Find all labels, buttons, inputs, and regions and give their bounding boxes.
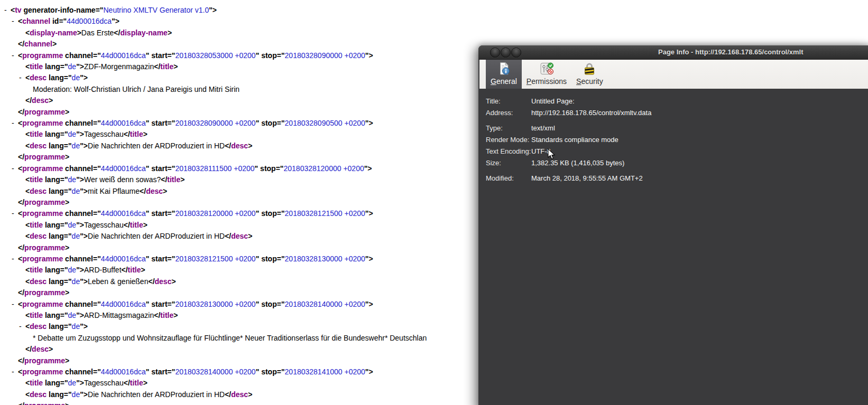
xml-tag-name: title — [30, 62, 43, 71]
xml-attr-value: de — [68, 130, 77, 138]
xml-collapse-toggle[interactable]: - — [12, 50, 18, 61]
xml-tag-name: programme — [24, 243, 65, 252]
xml-collapse-toggle[interactable]: - — [12, 16, 18, 27]
xml-tag-name: display-name — [30, 29, 77, 37]
xml-attr-name: stop — [259, 300, 276, 308]
field-label: Modified: — [486, 174, 531, 182]
xml-token: > — [84, 322, 88, 331]
xml-token: =" — [64, 73, 72, 82]
xml-collapse-spacer — [19, 220, 25, 231]
tab-security[interactable]: Security — [571, 60, 608, 89]
info-row: Type:text/xml — [486, 124, 862, 136]
xml-tag-name: channel — [22, 17, 50, 25]
xml-tag-name: display-name — [120, 29, 167, 37]
xml-attr-name: channel — [63, 164, 93, 173]
xml-token: " — [76, 379, 80, 387]
xml-token: > — [163, 187, 167, 195]
xml-collapse-toggle[interactable]: - — [12, 118, 18, 129]
info-row: Text Encoding:UTF-8 — [486, 147, 862, 159]
tab-label: Security — [576, 77, 603, 86]
xml-attr-name: start — [149, 209, 167, 218]
xml-token: > — [65, 198, 69, 206]
xml-tag-name: programme — [22, 164, 63, 173]
xml-text: Tagesschau — [84, 221, 124, 229]
xml-attr-name: start — [149, 255, 167, 263]
xml-tag-name: desc — [231, 390, 248, 399]
xml-attr-name: lang — [47, 277, 64, 286]
xml-token: =" — [93, 51, 101, 60]
xml-token: =" — [93, 209, 101, 218]
permissions-icon — [539, 61, 554, 76]
xml-collapse-spacer — [19, 389, 25, 400]
xml-attr-value: de — [72, 322, 80, 331]
xml-token: > — [84, 73, 88, 82]
xml-collapse-toggle[interactable]: - — [4, 5, 11, 16]
xml-token: </ — [18, 153, 24, 161]
xml-token: < — [18, 368, 22, 376]
field-group: Title:Untitled Page:Address:http://192.1… — [486, 97, 862, 120]
xml-collapse-toggle[interactable]: - — [19, 321, 25, 332]
window-close-button[interactable] — [490, 48, 500, 58]
mouse-cursor — [548, 148, 556, 160]
xml-attr-value: 20180328121500 +0200 — [175, 255, 255, 263]
tab-general[interactable]: General — [486, 60, 522, 89]
xml-text: Die Nachrichten der ARDProduziert in HD — [88, 232, 225, 240]
xml-attr-value: 44d00016dca — [101, 255, 146, 263]
xml-collapse-spacer — [19, 265, 25, 276]
xml-token: " — [80, 232, 84, 240]
window-maximize-button[interactable] — [511, 48, 521, 58]
xml-attr-name: stop — [259, 255, 276, 263]
xml-collapse-toggle[interactable]: - — [12, 253, 18, 265]
xml-token: </ — [25, 345, 32, 353]
xml-token: =" — [64, 187, 72, 195]
xml-collapse-spacer — [19, 140, 25, 152]
info-row: Render Mode:Standards compliance mode — [486, 136, 862, 147]
xml-token: > — [248, 142, 252, 150]
xml-token: =" — [60, 62, 68, 71]
tab-label: General — [491, 77, 517, 86]
xml-token: </ — [140, 187, 146, 195]
field-value: March 28, 2018, 9:55:55 AM GMT+2 — [531, 174, 643, 182]
xml-token: =" — [64, 322, 72, 331]
xml-token: =" — [60, 379, 68, 387]
xml-tag-name: title — [30, 221, 43, 229]
xml-tag-name: programme — [24, 108, 65, 116]
xml-collapse-toggle[interactable]: - — [12, 208, 18, 219]
xml-tag-name: channel — [24, 40, 52, 48]
xml-attr-value: de — [72, 73, 80, 82]
xml-token: > — [168, 29, 172, 37]
xml-collapse-spacer — [26, 333, 33, 344]
xml-token: > — [173, 311, 178, 319]
xml-collapse-toggle[interactable]: - — [12, 299, 18, 310]
xml-attr-name: lang — [47, 390, 64, 399]
xml-token: > — [368, 368, 373, 376]
xml-token: > — [49, 345, 53, 353]
xml-collapse-spacer — [19, 61, 25, 72]
field-label: Render Mode: — [486, 136, 531, 144]
xml-collapse-toggle[interactable]: - — [19, 72, 25, 83]
xml-token: =" — [168, 51, 176, 60]
xml-token: </ — [154, 311, 160, 319]
window-titlebar[interactable]: Page Info - http://192.168.178.65/contro… — [478, 45, 868, 60]
xml-token: < — [25, 142, 30, 150]
xml-token: > — [368, 255, 373, 263]
xml-attr-value: 20180328090500 +0200 — [285, 119, 365, 127]
xml-collapse-toggle[interactable]: - — [12, 163, 18, 174]
xml-token: > — [248, 232, 252, 240]
xml-token: " — [76, 311, 80, 319]
field-value: 1,382.35 KB (1,416,035 bytes) — [531, 159, 624, 167]
field-label: Text Encoding: — [486, 147, 531, 155]
page-info-general-panel: Title:Untitled Page:Address:http://192.1… — [478, 89, 868, 186]
xml-attr-name: lang — [43, 130, 60, 138]
xml-token: </ — [124, 379, 130, 387]
xml-collapse-spacer — [12, 355, 18, 366]
xml-token: </ — [161, 175, 167, 184]
xml-collapse-toggle[interactable]: - — [12, 366, 18, 378]
xml-token: " — [76, 62, 80, 71]
tab-permissions[interactable]: Permissions — [522, 60, 571, 89]
xml-token: > — [143, 130, 147, 138]
window-minimize-button[interactable] — [501, 48, 511, 58]
xml-token: > — [368, 51, 373, 60]
xml-attr-value: 20180328130000 +0200 — [175, 300, 255, 308]
xml-tag-name: desc — [30, 390, 47, 399]
